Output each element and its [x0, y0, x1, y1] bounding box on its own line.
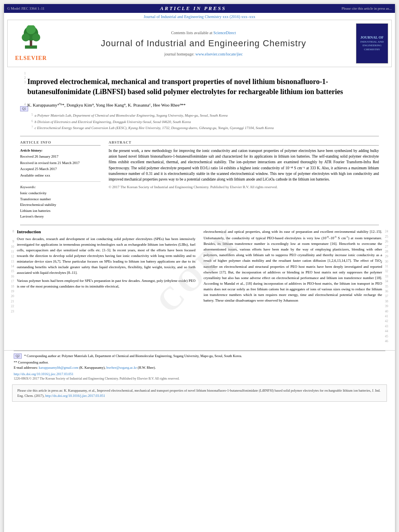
- email-2-person: (H.W. Rhee).: [138, 366, 156, 370]
- email-label: E-mail addresses:: [14, 366, 38, 370]
- page: COPY G Model JIEC 3364 1–11 ARTICLE IN P…: [4, 4, 395, 532]
- introduction-heading: Introduction: [17, 229, 195, 234]
- email-2-link[interactable]: hwrhee@sogang.ac.kr: [106, 366, 137, 370]
- abstract-label: ABSTRACT: [109, 140, 379, 146]
- intro-para-3: electrochemical and optical properties, …: [204, 229, 382, 304]
- elsevier-logo: ELSEVIER: [11, 25, 51, 62]
- footnotes-section: Q2 * Corresponding author at: Polymer Ma…: [4, 350, 395, 380]
- intro-para-1: Over two decades, research and developme…: [17, 236, 195, 276]
- citation-doi-link[interactable]: http://dx.doi.org/10.1016/j.jiec.2017.03…: [45, 394, 105, 398]
- sciencedirect-link[interactable]: ScienceDirect: [213, 31, 236, 35]
- q2-note: Q2 * Corresponding author at: Polymer Ma…: [14, 353, 385, 359]
- q1-badge: Q1: [20, 106, 28, 111]
- divider-2: [20, 225, 379, 225]
- email-1-link[interactable]: karuppasamyîth@gmail.com: [39, 366, 78, 370]
- footnotes-left: Q2 * Corresponding author at: Polymer Ma…: [14, 353, 385, 370]
- top-bar-right: Please cite this article in press as...: [341, 6, 392, 10]
- keywords-label: Keywords:: [20, 185, 101, 189]
- article-info-label: ARTICLE INFO: [20, 140, 101, 146]
- journal-title-main: Journal of Industrial and Engineering Ch…: [51, 38, 356, 49]
- contents-line: Contents lists available at ScienceDirec…: [51, 31, 356, 35]
- affiliation-2: b Division of Electronics and Electrical…: [35, 119, 191, 125]
- footnote-email: E-mail addresses: karuppasamyîth@gmail.c…: [14, 365, 385, 370]
- journal-center: Contents lists available at ScienceDirec…: [51, 31, 356, 56]
- authors-line: K. Karuppasamyᵃʹᵇ*, Dongkyu Kimᵃ, Yong H…: [27, 103, 379, 108]
- divider-info: [20, 181, 101, 182]
- line-numbers-title: 1 2 3: [20, 70, 27, 85]
- journal-cover-image: JOURNAL OF INDUSTRIAL AND ENGINEERING CH…: [356, 23, 388, 64]
- article-info-abstract: ARTICLE INFO Article history: Received 2…: [20, 140, 379, 219]
- footnote-q2-text: * Corresponding author at: Polymer Mater…: [24, 354, 242, 358]
- line-num-6: 6: [27, 119, 35, 123]
- affiliation-3: c Electrochemical Energy Storage and Con…: [35, 125, 274, 131]
- main-body-section: 8 9 10 11 12 13 14 15 16 17 18 19 20 21 …: [4, 229, 395, 344]
- affiliations-block: 5 a Polymer Materials Lab, Department of…: [27, 113, 379, 132]
- revised-date: Received in revised form 21 March 2017: [20, 160, 101, 166]
- contents-label: Contents lists available at: [171, 31, 212, 35]
- issn-line: 1226-086X/© 2017 The Korean Society of I…: [14, 377, 385, 380]
- journal-ref-text: Journal of Industrial and Engineering Ch…: [144, 14, 255, 19]
- available-online: Available online xxx: [20, 173, 101, 179]
- body-left-line-nums: 8 9 10 11 12 13 14 15 16 17 18 19 20 21 …: [8, 229, 15, 344]
- keyword-1: Ionic conductivity: [20, 190, 101, 196]
- homepage-label: journal homepage:: [165, 52, 195, 56]
- journal-homepage: journal homepage: www.elsevier.com/locat…: [51, 52, 356, 56]
- g-model-label: G Model JIEC 3364 1–11: [7, 6, 45, 10]
- body-left-col: 8 9 10 11 12 13 14 15 16 17 18 19 20 21 …: [8, 229, 200, 344]
- line-num-5: 5: [27, 113, 35, 117]
- article-in-press-top: ARTICLE IN PRESS: [160, 5, 226, 12]
- divider-1: [20, 136, 379, 136]
- body-right-content: electrochemical and optical properties, …: [200, 229, 384, 344]
- q2-badge: Q2: [14, 353, 22, 359]
- top-bar: G Model JIEC 3364 1–11 ARTICLE IN PRESS …: [4, 4, 395, 13]
- keyword-2: Transference number: [20, 196, 101, 202]
- svg-point-3: [22, 33, 30, 41]
- body-right-line-nums: 24 25 26 27 28 29 30 31 32 33 34 35 36 3…: [384, 229, 391, 344]
- header-section: ELSEVIER Contents lists available at Sci…: [7, 20, 392, 67]
- svg-point-4: [32, 33, 40, 41]
- email-1-person: (K. Karuppasamy),: [79, 366, 105, 370]
- double-star-note: ** Corresponding author.: [14, 360, 49, 364]
- article-content: 1 2 3 Improved electrochemical, mechanic…: [4, 70, 395, 225]
- article-history-label: Article history:: [20, 148, 101, 154]
- body-right-col: electrochemical and optical properties, …: [200, 229, 391, 344]
- keyword-3: Electrochemical stability: [20, 202, 101, 207]
- doi-line[interactable]: http://dx.doi.org/10.1016/j.jiec.2017.03…: [14, 372, 385, 376]
- copyright-text: © 2017 The Korean Society of Industrial …: [109, 185, 379, 190]
- journal-ref-line: Journal of Industrial and Engineering Ch…: [4, 13, 395, 20]
- article-info-col: ARTICLE INFO Article history: Received 2…: [20, 140, 101, 219]
- abstract-text: In the present work, a new methodology f…: [109, 148, 379, 183]
- line-num-7: 7: [27, 125, 35, 129]
- article-title: Improved electrochemical, mechanical and…: [27, 77, 379, 97]
- elsevier-tree-icon: [17, 25, 45, 53]
- elsevier-brand: ELSEVIER: [15, 55, 47, 62]
- received-date: Received 26 January 2017: [20, 154, 101, 160]
- keyword-4: Lithium ion batteries: [20, 208, 101, 214]
- affiliation-1: a Polymer Materials Lab, Department of C…: [35, 113, 228, 119]
- body-left-content: Introduction Over two decades, research …: [15, 229, 200, 344]
- line-num-4: 4 Q1: [20, 103, 27, 111]
- citation-box: Please cite this article in press as: K.…: [12, 384, 387, 402]
- abstract-col: ABSTRACT In the present work, a new meth…: [109, 140, 379, 219]
- keyword-5: Laviron's theory: [20, 214, 101, 219]
- accepted-date: Accepted 25 March 2017: [20, 166, 101, 172]
- footnote-double-star: ** Corresponding author.: [14, 360, 385, 365]
- intro-para-2: Various polymer hosts had been employed …: [17, 278, 195, 290]
- homepage-url[interactable]: www.elsevier.com/locate/jiec: [195, 52, 243, 56]
